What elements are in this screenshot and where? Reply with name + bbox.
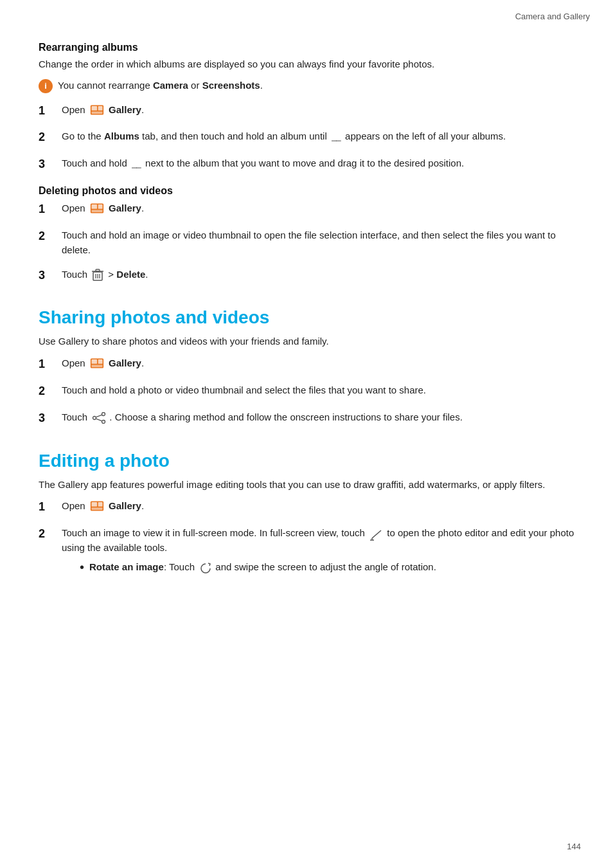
editing-heading: Editing a photo bbox=[39, 451, 574, 471]
step-number: 1 bbox=[39, 102, 50, 120]
svg-rect-15 bbox=[91, 359, 96, 364]
sharing-intro: Use Gallery to share photos and videos w… bbox=[39, 334, 574, 349]
svg-line-27 bbox=[372, 530, 381, 538]
svg-rect-10 bbox=[96, 269, 100, 271]
rearranging-steps: 1 Open Gallery. 2 Go to the Albums tab, … bbox=[39, 102, 574, 174]
editing-intro: The Gallery app features powerful image … bbox=[39, 478, 574, 493]
main-content: Rearranging albums Change the order in w… bbox=[0, 24, 613, 626]
svg-rect-2 bbox=[98, 106, 103, 111]
svg-rect-26 bbox=[91, 508, 102, 510]
svg-rect-25 bbox=[98, 502, 103, 507]
bullet-text: Rotate an image: Touch and swipe the scr… bbox=[89, 559, 436, 574]
step-content: Open Gallery. bbox=[62, 356, 574, 370]
trash-icon bbox=[92, 269, 103, 282]
svg-rect-16 bbox=[98, 359, 103, 364]
gallery-icon bbox=[90, 500, 104, 512]
step-number: 1 bbox=[39, 498, 50, 516]
bullet-sub-item: • Rotate an image: Touch and swipe the s… bbox=[80, 559, 574, 575]
header-title: Camera and Gallery bbox=[515, 12, 590, 21]
svg-point-19 bbox=[102, 420, 105, 423]
step-number: 2 bbox=[39, 383, 50, 401]
step-content: Touch > Delete. bbox=[62, 267, 574, 282]
svg-line-22 bbox=[96, 419, 102, 421]
step-content: Open Gallery. bbox=[62, 201, 574, 215]
step-item: 2 Touch an image to view it in full-scre… bbox=[39, 525, 574, 579]
step-item: 3 Touch > Delete. bbox=[39, 267, 574, 285]
svg-rect-17 bbox=[91, 365, 102, 367]
svg-rect-6 bbox=[98, 204, 103, 209]
sharing-heading: Sharing photos and videos bbox=[39, 307, 574, 328]
step-number: 2 bbox=[39, 228, 50, 246]
rearranging-note-text: You cannot rearrange Camera or Screensho… bbox=[58, 78, 263, 93]
svg-rect-7 bbox=[91, 210, 102, 212]
svg-rect-1 bbox=[91, 106, 96, 111]
step-content: Open Gallery. bbox=[62, 498, 574, 513]
page-header: Camera and Gallery bbox=[0, 0, 613, 24]
step-item: 2 Go to the Albums tab, and then touch a… bbox=[39, 129, 574, 147]
step-item: 1 Open Gallery. bbox=[39, 102, 574, 120]
rearranging-note: i You cannot rearrange Camera or Screens… bbox=[39, 78, 574, 93]
rotate-icon bbox=[199, 562, 211, 574]
rearranging-intro: Change the order in which albums are dis… bbox=[39, 57, 574, 72]
svg-rect-3 bbox=[91, 111, 102, 113]
step-number: 2 bbox=[39, 525, 50, 543]
gallery-icon bbox=[90, 357, 104, 369]
drag-lines-icon: ⎯⎯ bbox=[332, 131, 341, 143]
gallery-icon bbox=[90, 104, 104, 116]
step-content: Touch and hold an image or video thumbna… bbox=[62, 228, 574, 258]
step-item: 3 Touch . Choose a sharing method and fo… bbox=[39, 410, 574, 428]
step-content: Touch and hold a photo or video thumbnai… bbox=[62, 383, 574, 397]
step-number: 2 bbox=[39, 129, 50, 147]
svg-line-21 bbox=[96, 415, 102, 417]
step-number: 3 bbox=[39, 410, 50, 428]
page-number: 144 bbox=[567, 842, 581, 851]
svg-rect-24 bbox=[91, 502, 96, 507]
share-icon bbox=[92, 412, 105, 424]
deleting-steps: 1 Open Gallery. 2 Touch and hold an imag… bbox=[39, 201, 574, 284]
step-content: Touch . Choose a sharing method and foll… bbox=[62, 410, 574, 424]
edit-pencil-icon bbox=[369, 528, 382, 539]
step-item: 1 Open Gallery. bbox=[39, 498, 574, 516]
gallery-icon bbox=[90, 203, 104, 214]
editing-steps: 1 Open Gallery. 2 Touch an image to view… bbox=[39, 498, 574, 578]
step-item: 3 Touch and hold ⎯⎯ next to the album th… bbox=[39, 156, 574, 174]
step-content: Open Gallery. bbox=[62, 102, 574, 117]
deleting-heading: Deleting photos and videos bbox=[39, 185, 574, 197]
sub-bullets: • Rotate an image: Touch and swipe the s… bbox=[80, 559, 574, 575]
svg-rect-5 bbox=[91, 204, 96, 209]
step-number: 1 bbox=[39, 356, 50, 374]
svg-point-20 bbox=[93, 416, 96, 419]
sharing-steps: 1 Open Gallery. 2 Touch and hold a photo… bbox=[39, 356, 574, 428]
step-content: Touch an image to view it in full-screen… bbox=[62, 525, 574, 579]
step-item: 2 Touch and hold a photo or video thumbn… bbox=[39, 383, 574, 401]
step-item: 1 Open Gallery. bbox=[39, 356, 574, 374]
info-icon: i bbox=[39, 79, 53, 93]
step-number: 1 bbox=[39, 201, 50, 219]
step-content: Go to the Albums tab, and then touch and… bbox=[62, 129, 574, 143]
rearranging-heading: Rearranging albums bbox=[39, 42, 574, 53]
step-content: Touch and hold ⎯⎯ next to the album that… bbox=[62, 156, 574, 170]
step-item: 2 Touch and hold an image or video thumb… bbox=[39, 228, 574, 258]
step-number: 3 bbox=[39, 267, 50, 285]
bullet-dot: • bbox=[80, 559, 84, 575]
drag-lines-icon: ⎯⎯ bbox=[132, 158, 141, 170]
step-number: 3 bbox=[39, 156, 50, 174]
step-item: 1 Open Gallery. bbox=[39, 201, 574, 219]
svg-point-18 bbox=[102, 412, 105, 415]
